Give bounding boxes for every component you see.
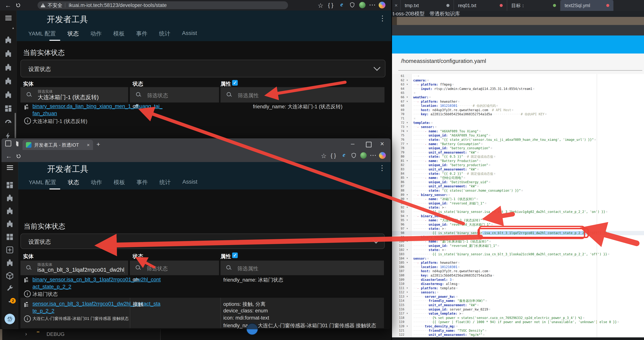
code-line-69[interactable]: 69····host: nd4up3fy3t.re.qweatherapi.co… [392,108,644,112]
building-icon[interactable] [0,88,16,102]
code-line-80[interactable]: 80········state: "{{ 0.5 }}"··# 固定值或动态值¤ [392,155,644,159]
editor-tab-tmp-txt[interactable]: tmp.txt [400,0,454,11]
w1-entity-filter-input[interactable]: 筛选实体 大连冰箱门-1 (状态反转) [20,87,128,103]
profile-avatar[interactable] [360,152,367,159]
tab-yaml[interactable]: YAML 配置 [28,30,56,38]
plus-icon[interactable] [2,243,18,256]
code-line-118[interactable]: 118··········{% set power = states('sens… [392,316,644,320]
code-line-117[interactable]: 117▼········value_template: >¤ [392,311,644,316]
code-line-66[interactable]: 66▼weather:¤ [392,95,644,100]
code-line-67[interactable]: 67▼··- platform: heweather¤ [392,100,644,104]
code-line-62[interactable]: 62▼camera:¤ [392,78,644,83]
tab-event[interactable]: 事件 [136,30,148,38]
sidebar-scrollbar[interactable] [15,113,16,138]
gauge-icon[interactable] [0,115,16,129]
tab-assist[interactable]: Assist [182,179,198,186]
building-icon[interactable] [0,74,16,88]
code-line-83[interactable]: 83········unit_of_measurement: "kW"¤ [392,167,644,172]
vertical-tabs-icon[interactable] [16,141,17,146]
close-icon[interactable]: × [380,140,384,148]
tab-state[interactable]: 状态 [68,30,79,38]
ie-mode-icon[interactable]: e [340,1,343,8]
editor-tab-req01-txt[interactable]: req01.txt [454,0,507,11]
code-line-106[interactable]: 106····location: 101210301¤ [392,265,644,269]
code-line-74[interactable]: 74▼······- name: "A6XAF089_Tou Xiang"¤ [392,129,644,134]
tab-template[interactable]: 模板 [113,30,124,38]
scroll-up-icon[interactable]: ▲ [12,26,15,30]
back-icon[interactable]: ← [6,151,12,161]
menu-hamburger-icon[interactable] [7,165,13,170]
code-line-73[interactable]: 73▼··- sensor:¤ [392,125,644,129]
code-line-92[interactable]: 92▼········state: >¤ [392,205,644,210]
w1-attr-filter-input[interactable]: 筛选属性 [220,87,384,103]
code-line-68[interactable]: 68····location: 101210301········# 你的区域代… [392,104,644,108]
code-line-89[interactable]: 89▼··- binary_sensor:¤ [392,193,644,197]
wrench-icon[interactable] [2,282,18,295]
code-line-82[interactable]: 82········unique_id: "battery_production… [392,163,644,167]
code-line-91[interactable]: 91········unique_id: "reversed_冰箱门_1"¤ [392,201,644,206]
code-line-95[interactable]: 95▼······- name: "大连冰箱门-1 (状态反转)"¤ [392,218,644,222]
code-line-70[interactable]: 70····key: a22811c5bb054256a1068352754a1… [392,112,644,116]
code-line-113[interactable]: 113▼······server_power_kw:¤ [392,294,644,299]
building-icon[interactable] [0,33,16,47]
debug-folder-label[interactable]: DEBUG [46,331,64,337]
code-line-61[interactable]: 61··¤ [392,74,644,78]
w2-browser-tab[interactable]: 开发者工具 - 胜透IOT × [22,140,93,150]
w2-set-state-panel[interactable]: 设置状态 [20,234,385,249]
w2-row1-entity-link-2[interactable]: act_state_p_2_2 [32,284,71,290]
tab-event[interactable]: 事件 [136,179,148,186]
code-line-101[interactable]: 101········unique_id: "reversed_厦门长庚冰箱门_… [392,244,644,248]
code-line-122[interactable]: 122········unit_of_measurement: "mg/m³"¤ [392,333,644,337]
refresh-icon[interactable] [16,3,21,9]
info-icon[interactable]: i [24,118,31,124]
tab-assist[interactable]: Assist [182,30,197,38]
code-line-107[interactable]: 107····host: nd4up3fy3t.re.qweatherapi.c… [392,269,644,273]
info-icon[interactable]: i [24,290,31,297]
w1-entity-link-2[interactable]: fan_zhuan [32,110,57,116]
code-line-105[interactable]: 105▼··- platform: heweather¤ [392,261,644,265]
code-line-75[interactable]: 75········unique_id: "A6XAF089_Tou_Xiang… [392,133,644,138]
code-line-85[interactable]: 85▼······- name: "岱特公司用电"¤ [392,176,644,180]
code-line-78[interactable]: 78········unique_id: "battery_consumptio… [392,146,644,150]
tab-yaml[interactable]: YAML 配置 [29,179,56,186]
user-avatar[interactable]: 岱 [4,314,15,324]
code-line-79[interactable]: 79········unit_of_measurement: "kW"¤ [392,150,644,155]
grid2-icon[interactable] [2,230,18,243]
w1-kebab-menu-icon[interactable]: ⋮ [379,15,386,22]
code-line-88[interactable]: 88········state: "{{ states('sensor.home… [392,188,644,193]
copy-entity-icon[interactable] [24,303,26,307]
tab-action[interactable]: 动作 [91,179,102,186]
file-path[interactable]: /homeassistant/configuration.yaml [401,58,486,64]
ie-mode-icon[interactable]: e [343,151,345,158]
building-icon[interactable] [2,191,18,204]
code-line-77[interactable]: 77▼······- name: "Battery Consumption"¤ [392,142,644,146]
code-line-108[interactable]: 108····key: a22811c5bb054256a1068352754a… [392,273,644,278]
w2-attr-checkbox[interactable]: ✓ [232,252,238,258]
code-line-119[interactable]: 119··········{{ (power | float(0) / 1000… [392,320,644,324]
maximize-icon[interactable] [366,142,372,147]
code-line-94[interactable]: 94▼··- binary_sensor:¤ [392,214,644,218]
more-menu-icon[interactable]: ⋯ [370,151,376,159]
building-icon[interactable] [2,256,18,269]
code-line-99[interactable]: 99▼··- binary_sensor:¤ [392,235,644,240]
code-line-72[interactable]: 72▼template:¤ [392,121,644,125]
tab-action[interactable]: 动作 [90,30,102,38]
code-line-87[interactable]: 87········unit_of_measurement: "kW"¤ [392,184,644,188]
favorite-star-icon[interactable]: ☆ [321,152,326,160]
code-line-103[interactable]: 103··········{{ is_state('binary_sensor.… [392,252,644,256]
code-line-71[interactable]: 71¤ [392,116,644,121]
menu-hamburger-icon[interactable] [5,16,12,20]
code-line-121[interactable]: 121········friendly_name: "TVOC Density"… [392,328,644,333]
grid-icon[interactable] [0,102,16,115]
code-line-110[interactable]: 110····disastermsg: allmsg¤ [392,282,644,286]
code-line-90[interactable]: 90▼······- name: "冰箱门-1 (状态反转)"¤ [392,197,644,201]
code-line-116[interactable]: 116········unique_id: server_power_kw_02… [392,307,644,312]
w1-set-state-panel[interactable]: 设置状态 [20,60,386,77]
copy-entity-icon[interactable] [24,278,26,282]
code-line-86[interactable]: 86········unique_id: "DatitUseEnergy_uid… [392,180,644,184]
code-line-109[interactable]: 109····disasterlevel: 3¤ [392,278,644,282]
floating-button[interactable] [246,323,258,335]
copilot-icon[interactable] [379,152,386,159]
w1-state-filter-input[interactable]: 筛选状态 [130,87,219,103]
w2-row1-entity-link[interactable]: binary_sensor.isa_cn_blt_3_1lqaf2rrgco01… [32,276,160,282]
